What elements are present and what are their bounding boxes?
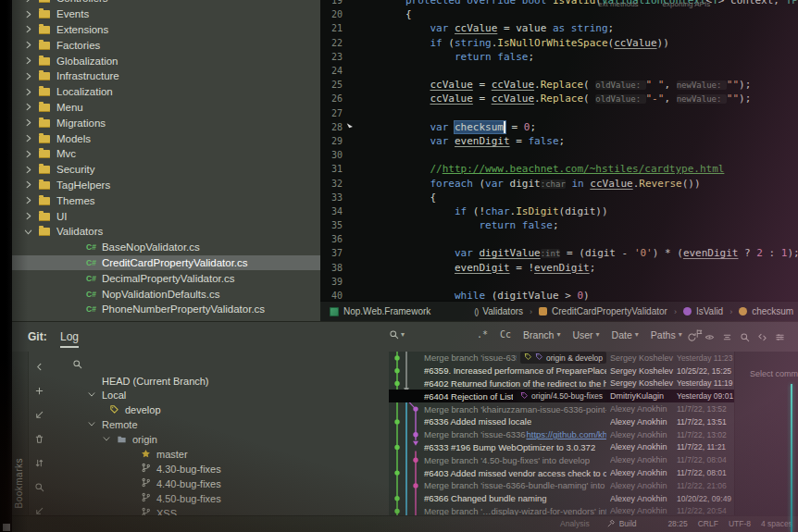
chevron-right-icon[interactable] bbox=[23, 165, 33, 175]
compare-button[interactable] bbox=[34, 455, 44, 472]
status-item[interactable]: UTF-8 bbox=[729, 519, 751, 528]
filter-paths[interactable]: Paths▾ bbox=[651, 329, 682, 340]
branch-row[interactable]: HEAD (Current Branch) bbox=[102, 374, 209, 388]
tree-item-folder[interactable]: UI bbox=[12, 208, 320, 224]
branch-ref-badge[interactable]: origin & develop bbox=[520, 352, 606, 364]
code-line[interactable]: 38 evenDigit = !evenDigit; bbox=[320, 261, 798, 275]
fetch-button[interactable] bbox=[34, 407, 44, 424]
code-line[interactable]: 35 return false; bbox=[320, 218, 798, 232]
status-item[interactable]: CRLF bbox=[698, 519, 718, 528]
code-line[interactable]: 25 ccValue = ccValue.Replace( oldValue: … bbox=[320, 78, 798, 92]
status-item-analysis[interactable]: Analysis bbox=[560, 519, 590, 528]
commit-row[interactable]: #6366 Changed bundle namingAlexey Anokhi… bbox=[389, 492, 734, 505]
regex-toggle[interactable]: .* bbox=[477, 329, 488, 340]
log-search-field[interactable]: ▾ bbox=[389, 329, 405, 340]
tree-item-folder[interactable]: Menu bbox=[12, 100, 320, 116]
branch-row[interactable]: master bbox=[141, 448, 188, 462]
tree-item-folder[interactable]: Events bbox=[12, 6, 320, 22]
code-line[interactable]: 28 var checksum = 0; bbox=[320, 120, 798, 134]
code-line[interactable]: 23 return false; bbox=[320, 50, 798, 64]
refresh-icon[interactable] bbox=[687, 329, 697, 346]
code-line[interactable]: 39 bbox=[320, 275, 798, 289]
sidebar-item-bookmarks[interactable]: Bookmarks bbox=[14, 458, 24, 509]
add-button[interactable] bbox=[34, 383, 44, 400]
branch-row[interactable]: Remote bbox=[87, 418, 138, 432]
status-item-build[interactable]: Build bbox=[606, 519, 637, 528]
commit-message-link[interactable]: https://github.com/khairuzzaman/ bbox=[526, 429, 606, 439]
editor-lines[interactable]: 19 protected override bool IsValid(Valid… bbox=[320, 0, 798, 302]
branch-row[interactable]: Local bbox=[87, 389, 126, 402]
tree-item-folder[interactable]: Validators bbox=[12, 224, 320, 240]
goto-hash-icon[interactable] bbox=[740, 329, 750, 346]
code-line[interactable]: 27 bbox=[320, 106, 798, 120]
breadcrumb-item[interactable]: CreditCardPropertyValidator bbox=[539, 306, 667, 316]
collapse-icon[interactable] bbox=[722, 329, 732, 346]
chevron-down-icon[interactable] bbox=[23, 227, 33, 237]
code-line[interactable]: 40 while (digitValue > 0) bbox=[320, 289, 798, 302]
tree-item-folder[interactable]: Controllers bbox=[12, 0, 320, 6]
commit-row[interactable]: #6402 Returned function of the redirect … bbox=[389, 377, 734, 390]
commit-row[interactable]: #6333 #196 Bump WebOptimizer to 3.0.372A… bbox=[389, 441, 734, 454]
tree-item-folder[interactable]: Factories bbox=[12, 37, 320, 53]
commit-row[interactable]: #6403 Added missed vendor access check t… bbox=[389, 466, 734, 479]
breadcrumb-item[interactable]: IsValid bbox=[683, 306, 723, 316]
breadcrumb-item[interactable]: Nop.Web.Framework bbox=[330, 306, 430, 316]
commit-row[interactable]: Merge branch '4.50-bug-fixes' into devel… bbox=[389, 453, 734, 466]
chevron-down-icon[interactable] bbox=[102, 434, 111, 445]
code-line[interactable]: 30 bbox=[320, 148, 798, 162]
tree-item-file[interactable]: C#NopValidationDefaults.cs bbox=[12, 286, 320, 302]
chevron-right-icon[interactable] bbox=[23, 9, 33, 19]
chevron-right-icon[interactable] bbox=[23, 195, 33, 205]
commit-row[interactable]: #6404 Rejection of List<T>.ForEach due t… bbox=[389, 390, 734, 402]
status-item[interactable]: 28:25 bbox=[667, 519, 687, 528]
code-line[interactable]: 19 protected override bool IsValid(Valid… bbox=[320, 0, 798, 7]
code-line[interactable]: 33 { bbox=[320, 191, 798, 204]
branch-row[interactable]: develop bbox=[109, 403, 161, 417]
chevron-down-icon[interactable] bbox=[87, 390, 96, 401]
branch-row[interactable]: 4.50-bug-fixes bbox=[141, 491, 221, 505]
hide-button[interactable] bbox=[34, 359, 44, 376]
code-line[interactable]: 22 if (string.IsNullOrWhiteSpace(ccValue… bbox=[320, 36, 798, 50]
chevron-right-icon[interactable] bbox=[23, 71, 33, 81]
chevron-down-icon[interactable] bbox=[87, 419, 96, 430]
chevron-right-icon[interactable] bbox=[23, 102, 33, 112]
breadcrumb-item[interactable]: ()Validators bbox=[474, 306, 523, 316]
code-line[interactable]: 20 { bbox=[320, 7, 798, 21]
chevron-right-icon[interactable] bbox=[23, 40, 33, 50]
chevron-right-icon[interactable] bbox=[23, 179, 33, 190]
commit-row[interactable]: Merge branch 'issue-6366-bundle-naming' … bbox=[389, 479, 734, 492]
delete-button[interactable] bbox=[34, 431, 44, 448]
tree-item-folder[interactable]: Localization bbox=[12, 84, 320, 100]
branch-search-icon[interactable] bbox=[72, 356, 82, 373]
code-line[interactable]: 26 ccValue = ccValue.Replace( oldValue: … bbox=[320, 92, 798, 105]
chevron-right-icon[interactable] bbox=[23, 149, 33, 159]
commit-row[interactable]: #6359. Increased performance of PrepareP… bbox=[389, 365, 734, 377]
code-line[interactable]: 37 var digitValue:int = (digit - '0') * … bbox=[320, 246, 798, 260]
branch-ref-badge[interactable]: origin/4.50-bug-fixes bbox=[517, 390, 606, 402]
chevron-right-icon[interactable] bbox=[23, 24, 33, 34]
commit-row[interactable]: Merge branch 'issue-6359-increase-perfor… bbox=[389, 352, 734, 365]
match-case-toggle[interactable]: Cc bbox=[500, 329, 511, 340]
tree-item-folder[interactable]: Themes bbox=[12, 192, 320, 208]
search-button[interactable] bbox=[34, 479, 44, 496]
code-vision-hint[interactable]: ext methods bbox=[598, 0, 639, 8]
tree-item-folder[interactable]: Infrastructure bbox=[12, 68, 320, 84]
chevron-right-icon[interactable] bbox=[23, 56, 33, 66]
tree-item-folder[interactable]: Globalization bbox=[12, 53, 320, 68]
commit-row[interactable]: Merge branch 'khairuzzaman-issue-6336-po… bbox=[389, 402, 734, 415]
navigate-icon[interactable] bbox=[757, 329, 767, 346]
code-line[interactable]: 32 foreach (var digit:char in ccValue.Re… bbox=[320, 176, 798, 190]
code-vision-hint[interactable]: exporting APIs bbox=[663, 0, 711, 8]
branch-row[interactable]: 4.40-bug-fixes bbox=[141, 476, 221, 490]
code-editor[interactable]: ext methodsexporting APIs 19 protected o… bbox=[320, 0, 798, 321]
tree-item-file[interactable]: C#PhoneNumberPropertyValidator.cs bbox=[12, 302, 320, 317]
filter-branch[interactable]: Branch▾ bbox=[523, 329, 560, 340]
branch-row[interactable]: 4.30-bug-fixes bbox=[141, 462, 221, 476]
breadcrumb-item[interactable]: checksum bbox=[739, 306, 793, 316]
tree-item-file[interactable]: C#CreditCardPropertyValidator.cs bbox=[12, 255, 320, 271]
filter-user[interactable]: User▾ bbox=[572, 329, 599, 340]
code-vision-hints[interactable]: ext methodsexporting APIs bbox=[598, 0, 710, 8]
chevron-right-icon[interactable] bbox=[23, 0, 33, 4]
chevron-right-icon[interactable] bbox=[23, 133, 33, 143]
tree-item-folder[interactable]: Security bbox=[12, 162, 320, 178]
